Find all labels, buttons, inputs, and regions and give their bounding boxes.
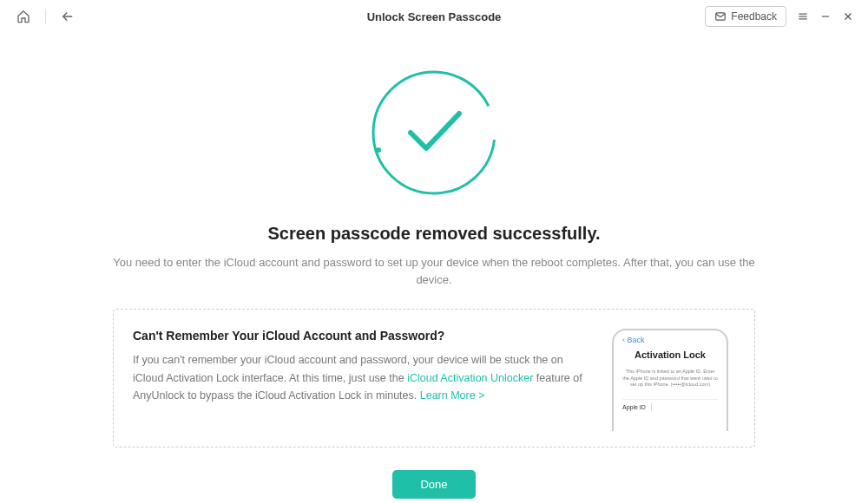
- phone-title: Activation Lock: [622, 349, 718, 360]
- phone-mock: ‹ Back Activation Lock This iPhone is li…: [605, 329, 735, 431]
- home-button[interactable]: [12, 5, 35, 28]
- phone-frame: ‹ Back Activation Lock This iPhone is li…: [612, 329, 728, 431]
- titlebar-left: [12, 5, 79, 28]
- phone-field: Apple ID: [622, 399, 718, 411]
- back-arrow-icon: [60, 9, 76, 24]
- checkmark-icon: [369, 68, 499, 198]
- home-icon: [16, 10, 30, 23]
- info-card-text: Can't Remember Your iCloud Account and P…: [133, 329, 588, 405]
- titlebar-divider: [45, 9, 46, 24]
- back-button[interactable]: [56, 5, 79, 28]
- icloud-activation-unlocker-link[interactable]: iCloud Activation Unlocker: [407, 372, 533, 384]
- menu-button[interactable]: [795, 9, 811, 24]
- feedback-button[interactable]: Feedback: [705, 6, 786, 27]
- learn-more-link[interactable]: Learn More >: [420, 389, 485, 402]
- phone-desc: This iPhone is linked to an Apple ID. En…: [622, 369, 718, 389]
- mail-icon: [714, 10, 727, 23]
- close-icon: [842, 10, 854, 23]
- menu-icon: [797, 10, 809, 23]
- phone-field-label: Apple ID: [622, 404, 646, 410]
- info-card-body: If you can't remember your iCloud accoun…: [133, 351, 588, 405]
- minimize-button[interactable]: [818, 9, 833, 24]
- done-button[interactable]: Done: [392, 470, 475, 499]
- minimize-icon: [819, 10, 832, 23]
- titlebar-right: Feedback: [705, 6, 856, 27]
- phone-back-label: ‹ Back: [622, 336, 718, 344]
- svg-point-8: [376, 147, 381, 153]
- close-button[interactable]: [840, 9, 856, 24]
- success-checkmark: [369, 68, 499, 198]
- titlebar: Unlock Screen Passcode Feedback: [0, 0, 868, 33]
- info-card: Can't Remember Your iCloud Account and P…: [113, 309, 755, 447]
- success-subtitle: You need to enter the iCloud account and…: [95, 254, 773, 288]
- success-title: Screen passcode removed successfully.: [0, 224, 868, 244]
- window-controls: [795, 9, 856, 24]
- feedback-label: Feedback: [731, 10, 777, 23]
- window-title: Unlock Screen Passcode: [367, 10, 502, 23]
- svg-point-7: [373, 72, 495, 193]
- info-card-title: Can't Remember Your iCloud Account and P…: [133, 329, 588, 343]
- main-content: Screen passcode removed successfully. Yo…: [0, 33, 868, 499]
- phone-field-separator: [651, 403, 652, 411]
